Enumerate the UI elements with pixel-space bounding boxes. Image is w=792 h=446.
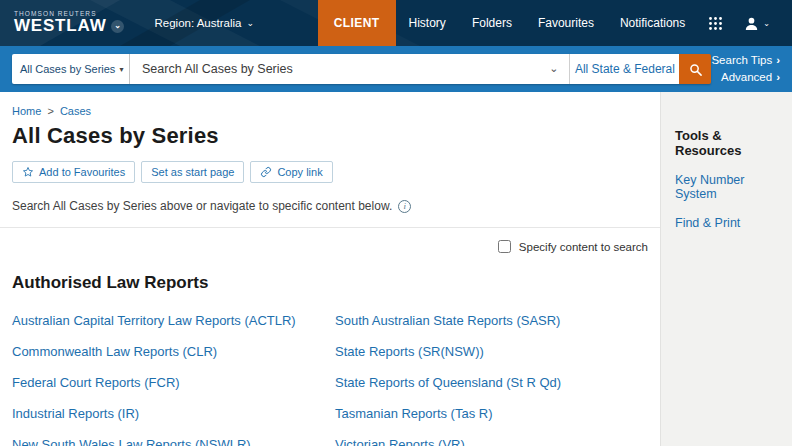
search-scope-label: All Cases by Series — [20, 63, 115, 75]
jurisdiction-button[interactable]: All State & Federal — [569, 54, 679, 84]
search-button[interactable] — [679, 54, 711, 84]
search-input-wrap: ⌄ — [130, 54, 569, 84]
report-link[interactable]: Federal Court Reports (FCR) — [12, 375, 180, 390]
main-column: Home > Cases All Cases by Series Add to … — [0, 92, 660, 446]
content-area: Home > Cases All Cases by Series Add to … — [0, 92, 792, 446]
star-icon — [22, 166, 34, 178]
list-item: Tasmanian Reports (Tas R) — [335, 404, 561, 422]
specify-content-checkbox[interactable] — [498, 240, 511, 253]
list-item: State Reports (SR(NSW)) — [335, 342, 561, 360]
report-link[interactable]: Industrial Reports (IR) — [12, 406, 139, 421]
report-column-right: South Australian State Reports (SASR) St… — [335, 311, 561, 446]
search-scope-dropdown[interactable]: All Cases by Series ▾ — [12, 54, 130, 84]
chevron-down-icon: ▾ — [119, 65, 123, 74]
add-to-favourites-button[interactable]: Add to Favourites — [12, 161, 135, 183]
list-item: Victorian Reports (VR) — [335, 435, 561, 446]
page-actions: Add to Favourites Set as start page Copy… — [12, 161, 648, 183]
region-label: Region: Australia — [154, 17, 241, 29]
user-icon — [743, 15, 760, 32]
breadcrumb-home-link[interactable]: Home — [12, 105, 41, 117]
nav-history[interactable]: History — [396, 0, 459, 46]
report-link[interactable]: New South Wales Law Reports (NSWLR) — [12, 437, 251, 446]
tools-resources-sidebar: Tools & Resources Key Number System Find… — [660, 92, 792, 446]
list-item: State Reports of Queensland (St R Qd) — [335, 373, 561, 391]
search-icon — [688, 62, 703, 77]
report-series-list: Australian Capital Territory Law Reports… — [12, 311, 648, 446]
report-link[interactable]: Victorian Reports (VR) — [335, 437, 465, 446]
report-link[interactable]: Australian Capital Territory Law Reports… — [12, 313, 296, 328]
link-icon — [260, 166, 272, 178]
nav-client-button[interactable]: CLIENT — [318, 0, 396, 46]
report-link[interactable]: Tasmanian Reports (Tas R) — [335, 406, 493, 421]
list-item: Australian Capital Territory Law Reports… — [12, 311, 335, 329]
search-group: All Cases by Series ▾ ⌄ All State & Fede… — [12, 54, 711, 84]
specify-content-row: Specify content to search — [0, 227, 660, 253]
set-start-page-button[interactable]: Set as start page — [141, 161, 244, 183]
info-icon[interactable]: i — [398, 200, 411, 213]
chevron-right-icon: › — [776, 71, 780, 83]
sidebar-link-key-number-system[interactable]: Key Number System — [675, 173, 776, 201]
copy-link-button[interactable]: Copy link — [250, 161, 332, 183]
search-input[interactable] — [130, 54, 569, 84]
advanced-search-link[interactable]: Advanced› — [711, 69, 780, 86]
page-title: All Cases by Series — [12, 123, 648, 149]
breadcrumb: Home > Cases — [12, 105, 648, 117]
list-item: Federal Court Reports (FCR) — [12, 373, 335, 391]
nav-notifications[interactable]: Notifications — [607, 0, 698, 46]
breadcrumb-cases-link[interactable]: Cases — [60, 105, 91, 117]
chevron-down-icon: ⌄ — [763, 19, 770, 28]
nav-favourites[interactable]: Favourites — [525, 0, 607, 46]
search-tips-link[interactable]: Search Tips› — [711, 52, 780, 69]
sidebar-title: Tools & Resources — [675, 128, 776, 158]
chevron-right-icon: › — [776, 54, 780, 66]
section-title: Authorised Law Reports — [12, 273, 648, 293]
app-grid-icon[interactable] — [698, 0, 733, 46]
report-link[interactable]: State Reports (SR(NSW)) — [335, 344, 484, 359]
report-link[interactable]: South Australian State Reports (SASR) — [335, 313, 560, 328]
report-link[interactable]: State Reports of Queensland (St R Qd) — [335, 375, 561, 390]
user-account-button[interactable]: ⌄ — [733, 0, 780, 46]
list-item: Industrial Reports (IR) — [12, 404, 335, 422]
intro-text: Search All Cases by Series above or navi… — [12, 199, 648, 213]
search-band: All Cases by Series ▾ ⌄ All State & Fede… — [0, 46, 792, 92]
chevron-down-icon[interactable]: ⌄ — [111, 20, 124, 33]
breadcrumb-separator: > — [47, 105, 53, 117]
chevron-down-icon[interactable]: ⌄ — [549, 62, 558, 75]
report-column-left: Australian Capital Territory Law Reports… — [12, 311, 335, 446]
report-link[interactable]: Commonwealth Law Reports (CLR) — [12, 344, 217, 359]
chevron-down-icon: ⌄ — [246, 18, 254, 28]
westlaw-logo[interactable]: THOMSON REUTERS WESTLAW ⌄ — [14, 11, 124, 36]
list-item: South Australian State Reports (SASR) — [335, 311, 561, 329]
specify-content-label[interactable]: Specify content to search — [498, 241, 648, 253]
list-item: New South Wales Law Reports (NSWLR) — [12, 435, 335, 446]
sidebar-link-find-print[interactable]: Find & Print — [675, 216, 776, 230]
westlaw-wordmark: WESTLAW — [14, 17, 106, 35]
nav-folders[interactable]: Folders — [459, 0, 525, 46]
search-help-links: Search Tips› Advanced› — [711, 52, 780, 85]
region-selector[interactable]: Region: Australia ⌄ — [154, 17, 254, 29]
list-item: Commonwealth Law Reports (CLR) — [12, 342, 335, 360]
top-header: THOMSON REUTERS WESTLAW ⌄ Region: Austra… — [0, 0, 792, 46]
top-navigation: CLIENT History Folders Favourites Notifi… — [318, 0, 780, 46]
